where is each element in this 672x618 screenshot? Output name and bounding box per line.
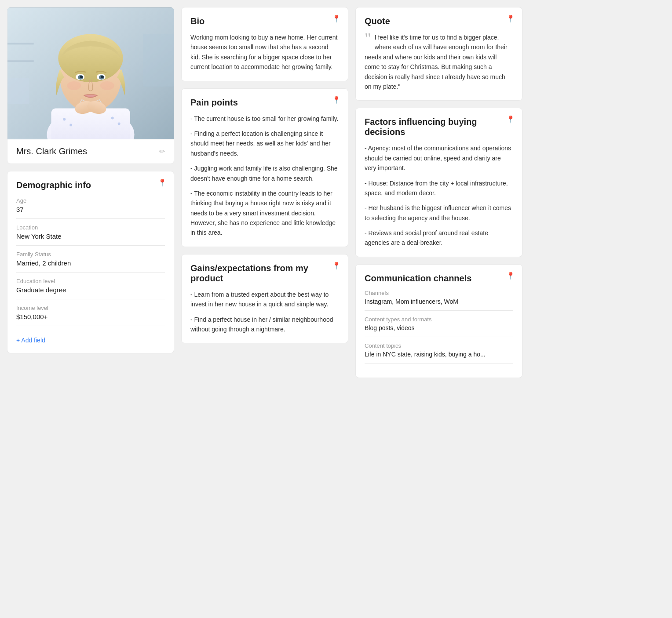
pain-points-card: 📍 Pain points - The current house is too… (181, 88, 348, 247)
channels-label: Channels (365, 290, 513, 296)
svg-point-15 (80, 76, 83, 78)
channels-value: Instagram, Mom influencers, WoM (365, 298, 513, 305)
bio-pin-icon[interactable]: 📍 (332, 15, 341, 23)
family-status-value: Married, 2 children (16, 259, 165, 267)
quote-title: Quote (365, 16, 513, 26)
income-label: Income level (16, 305, 165, 311)
channels-field: Channels Instagram, Mom influencers, WoM (365, 290, 513, 311)
factors-item: - House: Distance from the city + local … (365, 178, 513, 198)
gains-item: - Learn from a trusted expert about the … (190, 290, 339, 309)
svg-rect-3 (7, 60, 34, 62)
quote-mark-icon: " (365, 31, 371, 47)
profile-name: Mrs. Clark Grimes (16, 146, 87, 156)
pain-points-title: Pain points (190, 98, 339, 108)
add-field-button[interactable]: + Add field (16, 337, 45, 344)
content-topics-field: Content topics Life in NYC state, raisin… (365, 342, 513, 364)
left-column: Mrs. Clark Grimes ✏ 📍 Demographic info A… (7, 7, 174, 378)
pain-point-item: - The current house is too small for her… (190, 114, 339, 124)
quote-text: I feel like it's time for us to find a b… (365, 34, 508, 90)
location-label: Location (16, 224, 165, 231)
pain-point-item: - Juggling work and family life is also … (190, 164, 339, 183)
demographic-card: 📍 Demographic info Age 37 Location New Y… (7, 171, 174, 353)
bio-body: Working mom looking to buy a new home. H… (190, 33, 339, 72)
gains-pin-icon[interactable]: 📍 (332, 262, 341, 270)
content-topics-label: Content topics (365, 342, 513, 349)
family-status-label: Family Status (16, 251, 165, 258)
svg-point-21 (63, 118, 66, 120)
factors-card: 📍 Factors influencing buying decisions -… (355, 108, 522, 257)
content-topics-value: Life in NYC state, raising kids, buying … (365, 351, 513, 358)
communication-title: Communication channels (365, 273, 513, 284)
pain-points-body: - The current house is too small for her… (190, 114, 339, 238)
svg-rect-5 (143, 34, 174, 86)
gains-item: - Find a perfect house in her / similar … (190, 315, 339, 334)
edit-icon[interactable]: ✏ (159, 147, 165, 156)
svg-point-17 (67, 81, 81, 90)
communication-pin-icon[interactable]: 📍 (506, 272, 515, 280)
quote-body: " I feel like it's time for us to find a… (365, 33, 513, 91)
pain-point-item: - The economic instability in the countr… (190, 189, 339, 238)
location-field: Location New York State (16, 224, 165, 246)
location-value: New York State (16, 233, 165, 240)
factors-item: - Agency: most of the communications and… (365, 143, 513, 173)
svg-rect-4 (7, 78, 29, 104)
svg-point-24 (118, 122, 121, 125)
quote-card: 📍 Quote " I feel like it's time for us t… (355, 7, 522, 101)
profile-name-row: Mrs. Clark Grimes ✏ (7, 139, 174, 164)
demographic-pin-icon[interactable]: 📍 (158, 178, 167, 187)
education-field: Education level Graduate degree (16, 278, 165, 299)
bio-title: Bio (190, 16, 339, 26)
profile-image-container (7, 7, 174, 139)
age-value: 37 (16, 206, 165, 213)
middle-column: 📍 Bio Working mom looking to buy a new h… (181, 7, 348, 378)
bio-card: 📍 Bio Working mom looking to buy a new h… (181, 7, 348, 81)
pain-point-item: - Finding a perfect location is challeng… (190, 129, 339, 158)
education-label: Education level (16, 278, 165, 284)
age-label: Age (16, 197, 165, 204)
gains-title: Gains/expectations from my product (190, 263, 339, 284)
profile-image-svg (7, 7, 174, 139)
demographic-title: Demographic info (16, 180, 165, 190)
factors-item: - Reviews and social proof around real e… (365, 228, 513, 248)
svg-point-18 (100, 81, 114, 90)
svg-rect-2 (7, 43, 34, 44)
gains-body: - Learn from a trusted expert about the … (190, 290, 339, 334)
income-field: Income level $150,000+ (16, 305, 165, 326)
quote-pin-icon[interactable]: 📍 (506, 15, 515, 23)
profile-image-placeholder (7, 7, 174, 139)
svg-point-16 (101, 76, 104, 78)
communication-card: 📍 Communication channels Channels Instag… (355, 264, 522, 378)
factors-pin-icon[interactable]: 📍 (506, 115, 515, 124)
factors-item: - Her husband is the biggest influencer … (365, 203, 513, 223)
age-field: Age 37 (16, 197, 165, 219)
pain-points-pin-icon[interactable]: 📍 (332, 96, 341, 104)
income-value: $150,000+ (16, 313, 165, 320)
content-types-value: Blog posts, videos (365, 324, 513, 331)
profile-card: Mrs. Clark Grimes ✏ (7, 7, 174, 164)
svg-point-22 (69, 124, 72, 126)
right-column: 📍 Quote " I feel like it's time for us t… (355, 7, 522, 378)
education-value: Graduate degree (16, 286, 165, 294)
family-status-field: Family Status Married, 2 children (16, 251, 165, 273)
content-types-field: Content types and formats Blog posts, vi… (365, 316, 513, 337)
factors-title: Factors influencing buying decisions (365, 117, 513, 137)
content-types-label: Content types and formats (365, 316, 513, 323)
gains-card: 📍 Gains/expectations from my product - L… (181, 254, 348, 344)
factors-body: - Agency: most of the communications and… (365, 143, 513, 248)
svg-point-23 (111, 116, 114, 119)
